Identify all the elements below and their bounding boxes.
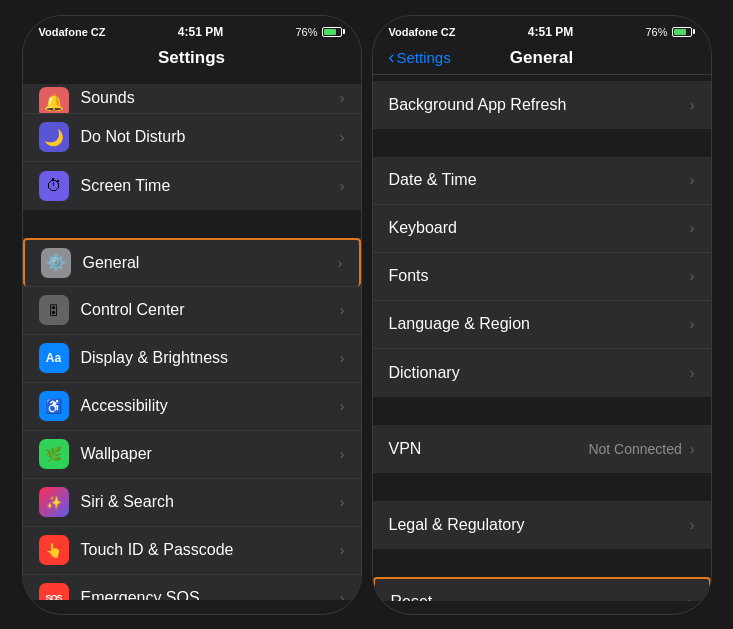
right-carrier: Vodafone CZ xyxy=(389,26,456,38)
right-battery-icon xyxy=(672,27,695,37)
fonts-label: Fonts xyxy=(389,267,686,285)
emergency-sos-chevron: › xyxy=(340,590,345,600)
left-time: 4:51 PM xyxy=(178,25,223,39)
keyboard-chevron: › xyxy=(690,220,695,236)
left-row-do-not-disturb[interactable]: 🌙 Do Not Disturb › xyxy=(23,114,361,162)
siri-label: Siri & Search xyxy=(81,493,336,511)
left-section-top: 🔔 Sounds › 🌙 Do Not Disturb › ⏱ Screen T… xyxy=(23,84,361,210)
right-row-fonts[interactable]: Fonts › xyxy=(373,253,711,301)
right-scroll-content[interactable]: Background App Refresh › Date & Time › K… xyxy=(373,75,711,601)
left-row-sounds[interactable]: 🔔 Sounds › xyxy=(23,84,361,114)
left-status-right: 76% xyxy=(295,26,344,38)
left-row-control-center[interactable]: 🎛 Control Center › xyxy=(23,287,361,335)
control-center-chevron: › xyxy=(340,302,345,318)
sounds-icon: 🔔 xyxy=(39,87,69,114)
left-battery-pct: 76% xyxy=(295,26,317,38)
general-label: General xyxy=(83,254,334,272)
language-chevron: › xyxy=(690,316,695,332)
right-status-right: 76% xyxy=(645,26,694,38)
general-chevron: › xyxy=(338,255,343,271)
right-section1: Date & Time › Keyboard › Fonts › Languag… xyxy=(373,157,711,397)
vpn-value: Not Connected xyxy=(588,441,681,457)
fonts-chevron: › xyxy=(690,268,695,284)
emergency-sos-label: Emergency SOS xyxy=(81,589,336,600)
legal-chevron: › xyxy=(690,517,695,533)
display-label: Display & Brightness xyxy=(81,349,336,367)
left-row-general[interactable]: ⚙️ General › xyxy=(23,238,361,286)
right-row-dictionary[interactable]: Dictionary › xyxy=(373,349,711,397)
bg-refresh-chevron: › xyxy=(690,97,695,113)
left-section-more: 🎛 Control Center › Aa Display & Brightne… xyxy=(23,287,361,600)
left-nav-bar: Settings xyxy=(23,44,361,74)
left-section-general: ⚙️ General › xyxy=(23,238,361,286)
do-not-disturb-label: Do Not Disturb xyxy=(81,128,336,146)
back-chevron-icon: ‹ xyxy=(389,47,395,68)
right-row-legal[interactable]: Legal & Regulatory › xyxy=(373,501,711,549)
reset-chevron: › xyxy=(688,594,693,601)
accessibility-label: Accessibility xyxy=(81,397,336,415)
right-section3: Legal & Regulatory › xyxy=(373,501,711,549)
reset-label: Reset xyxy=(391,593,684,601)
vpn-chevron: › xyxy=(690,441,695,457)
right-section2: VPN Not Connected › xyxy=(373,425,711,473)
left-row-emergency-sos[interactable]: SOS Emergency SOS › xyxy=(23,575,361,600)
control-center-label: Control Center xyxy=(81,301,336,319)
dictionary-label: Dictionary xyxy=(389,364,686,382)
left-row-touch-id[interactable]: 👆 Touch ID & Passcode › xyxy=(23,527,361,575)
wallpaper-label: Wallpaper xyxy=(81,445,336,463)
right-nav-bar: ‹ Settings General xyxy=(373,44,711,75)
right-row-date-time[interactable]: Date & Time › xyxy=(373,157,711,205)
left-row-screen-time[interactable]: ⏱ Screen Time › xyxy=(23,162,361,210)
left-battery-icon xyxy=(322,27,345,37)
wallpaper-chevron: › xyxy=(340,446,345,462)
right-row-bg-refresh[interactable]: Background App Refresh › xyxy=(373,81,711,129)
date-time-label: Date & Time xyxy=(389,171,686,189)
left-scroll-content[interactable]: 🔔 Sounds › 🌙 Do Not Disturb › ⏱ Screen T… xyxy=(23,74,361,600)
touch-id-icon: 👆 xyxy=(39,535,69,565)
left-status-bar: Vodafone CZ 4:51 PM 76% xyxy=(23,16,361,44)
display-icon: Aa xyxy=(39,343,69,373)
right-section-reset: Reset › xyxy=(373,577,711,601)
left-row-wallpaper[interactable]: 🌿 Wallpaper › xyxy=(23,431,361,479)
do-not-disturb-chevron: › xyxy=(340,129,345,145)
left-nav-title: Settings xyxy=(158,48,225,68)
emergency-sos-icon: SOS xyxy=(39,583,69,600)
keyboard-label: Keyboard xyxy=(389,219,686,237)
vpn-label: VPN xyxy=(389,440,589,458)
right-nav-title: General xyxy=(510,48,573,68)
right-status-bar: Vodafone CZ 4:51 PM 76% xyxy=(373,16,711,44)
control-center-icon: 🎛 xyxy=(39,295,69,325)
right-section-top: Background App Refresh › xyxy=(373,81,711,129)
sounds-label: Sounds xyxy=(81,89,336,107)
date-time-chevron: › xyxy=(690,172,695,188)
accessibility-chevron: › xyxy=(340,398,345,414)
left-carrier: Vodafone CZ xyxy=(39,26,106,38)
touch-id-label: Touch ID & Passcode xyxy=(81,541,336,559)
right-row-vpn[interactable]: VPN Not Connected › xyxy=(373,425,711,473)
screen-time-label: Screen Time xyxy=(81,177,336,195)
right-row-reset[interactable]: Reset › xyxy=(373,577,711,601)
left-row-siri[interactable]: ✨ Siri & Search › xyxy=(23,479,361,527)
dictionary-chevron: › xyxy=(690,365,695,381)
do-not-disturb-icon: 🌙 xyxy=(39,122,69,152)
right-time: 4:51 PM xyxy=(528,25,573,39)
right-row-language[interactable]: Language & Region › xyxy=(373,301,711,349)
right-phone: Vodafone CZ 4:51 PM 76% ‹ Settings Gener… xyxy=(372,15,712,615)
siri-chevron: › xyxy=(340,494,345,510)
left-row-accessibility[interactable]: ♿ Accessibility › xyxy=(23,383,361,431)
language-label: Language & Region xyxy=(389,315,686,333)
bg-refresh-label: Background App Refresh xyxy=(389,96,686,114)
sounds-chevron: › xyxy=(340,90,345,106)
screen-time-icon: ⏱ xyxy=(39,171,69,201)
siri-icon: ✨ xyxy=(39,487,69,517)
right-back-button[interactable]: ‹ Settings xyxy=(389,48,451,68)
right-back-label: Settings xyxy=(397,49,451,66)
right-row-keyboard[interactable]: Keyboard › xyxy=(373,205,711,253)
left-row-display[interactable]: Aa Display & Brightness › xyxy=(23,335,361,383)
accessibility-icon: ♿ xyxy=(39,391,69,421)
right-battery-pct: 76% xyxy=(645,26,667,38)
screen-time-chevron: › xyxy=(340,178,345,194)
general-icon: ⚙️ xyxy=(41,248,71,278)
touch-id-chevron: › xyxy=(340,542,345,558)
left-phone: Vodafone CZ 4:51 PM 76% Settings 🔔 Sound… xyxy=(22,15,362,615)
